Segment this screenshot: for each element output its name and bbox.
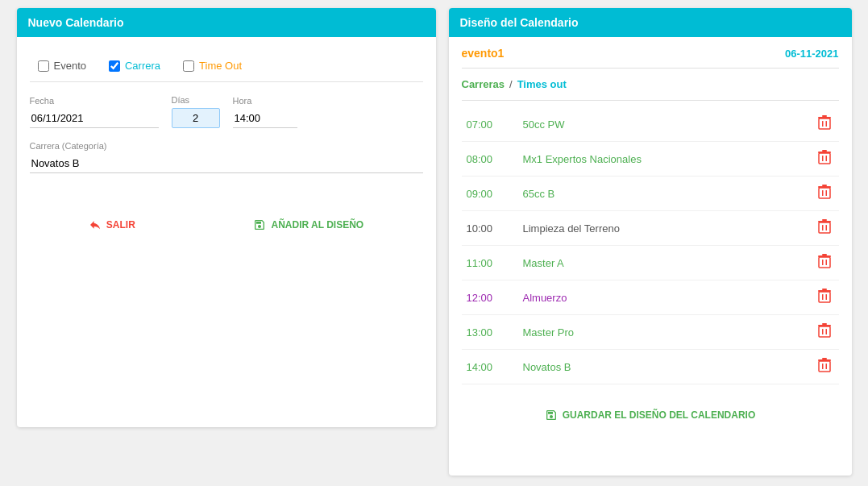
- svg-rect-35: [819, 361, 830, 372]
- fecha-label: Fecha: [30, 96, 159, 106]
- delete-button[interactable]: [815, 356, 834, 377]
- svg-rect-39: [822, 358, 827, 359]
- delete-button[interactable]: [815, 252, 834, 273]
- hora-label: Hora: [233, 96, 297, 106]
- schedule-time: 11:00: [462, 246, 518, 280]
- trash-icon: [818, 289, 831, 303]
- schedule-time: 09:00: [462, 177, 518, 211]
- divider-mid: [462, 100, 839, 101]
- delete-button[interactable]: [815, 322, 834, 343]
- categoria-label: Carrera (Categoría): [30, 141, 423, 151]
- fecha-input[interactable]: [30, 109, 159, 128]
- schedule-delete-cell: [810, 315, 839, 350]
- table-row: 14:00 Novatos B: [462, 350, 839, 384]
- section-label-row: Carreras / Times out: [462, 75, 839, 93]
- svg-rect-10: [819, 188, 830, 198]
- checkbox-evento[interactable]: Evento: [38, 60, 86, 72]
- right-panel-body: evento1 06-11-2021 Carreras / Times out …: [449, 37, 852, 431]
- schedule-time: 10:00: [462, 211, 518, 246]
- label-carreras: Carreras: [462, 78, 505, 90]
- svg-rect-8: [818, 152, 831, 153]
- checkbox-evento-label: Evento: [54, 60, 86, 72]
- svg-rect-20: [819, 257, 830, 268]
- schedule-name: 65cc B: [518, 177, 810, 211]
- table-row: 11:00 Master A: [462, 246, 839, 280]
- svg-rect-5: [819, 153, 830, 164]
- divider-top: [462, 68, 839, 69]
- evento-header: evento1 06-11-2021: [462, 47, 839, 60]
- svg-rect-4: [822, 115, 827, 117]
- trash-icon: [818, 358, 831, 372]
- checkbox-carrera-input[interactable]: [109, 60, 120, 72]
- label-timesout: Times out: [517, 78, 567, 90]
- svg-rect-36: [822, 363, 824, 369]
- schedule-name: Mx1 Expertos Nacionales: [518, 142, 810, 177]
- date-row: Fecha Días Hora: [30, 95, 423, 128]
- table-row: 12:00 Almuerzo: [462, 280, 839, 315]
- schedule-time: 12:00: [462, 280, 518, 315]
- anadir-label: AÑADIR AL DISEÑO: [271, 219, 363, 231]
- checkbox-carrera[interactable]: Carrera: [109, 60, 160, 72]
- svg-rect-1: [822, 121, 824, 127]
- svg-rect-18: [818, 221, 831, 222]
- fecha-group: Fecha: [30, 96, 159, 128]
- save-icon: [545, 409, 558, 422]
- svg-rect-17: [825, 225, 827, 231]
- schedule-time: 14:00: [462, 350, 518, 384]
- guardar-label: GUARDAR EL DISEÑO DEL CALENDARIO: [563, 409, 756, 421]
- guardar-button[interactable]: GUARDAR EL DISEÑO DEL CALENDARIO: [545, 409, 756, 422]
- schedule-name: Almuerzo: [518, 280, 810, 315]
- table-row: 07:00 50cc PW: [462, 107, 839, 142]
- checkbox-timeout-label: Time Out: [199, 60, 242, 72]
- schedule-name: Limpieza del Terreno: [518, 211, 810, 246]
- evento-date: 06-11-2021: [785, 48, 839, 60]
- svg-rect-3: [818, 117, 831, 118]
- schedule-delete-cell: [810, 350, 839, 384]
- delete-button[interactable]: [815, 183, 834, 204]
- dias-label: Días: [172, 95, 220, 105]
- schedule-name: 50cc PW: [518, 107, 810, 142]
- svg-rect-24: [822, 254, 827, 255]
- svg-rect-16: [822, 225, 824, 231]
- schedule-time: 13:00: [462, 315, 518, 350]
- checkbox-evento-input[interactable]: [38, 60, 49, 72]
- checkbox-carrera-label: Carrera: [125, 60, 160, 72]
- dias-group: Días: [172, 95, 220, 128]
- svg-rect-12: [825, 190, 827, 196]
- checkbox-timeout-input[interactable]: [183, 60, 194, 72]
- delete-button[interactable]: [815, 218, 834, 239]
- add-icon: [253, 218, 266, 231]
- trash-icon: [818, 323, 831, 338]
- save-row: GUARDAR EL DISEÑO DEL CALENDARIO: [462, 401, 839, 422]
- dias-input[interactable]: [172, 108, 220, 128]
- schedule-table: 07:00 50cc PW 08:00 Mx1 Expertos Naciona…: [462, 107, 839, 384]
- svg-rect-7: [825, 156, 827, 161]
- delete-button[interactable]: [815, 114, 834, 135]
- anadir-button[interactable]: AÑADIR AL DISEÑO: [253, 218, 363, 231]
- left-panel: Nuevo Calendario Evento Carrera Time Out…: [17, 8, 436, 427]
- checkbox-timeout[interactable]: Time Out: [183, 60, 242, 72]
- table-row: 13:00 Master Pro: [462, 315, 839, 350]
- checkbox-row: Evento Carrera Time Out: [30, 50, 423, 82]
- trash-icon: [818, 150, 831, 164]
- svg-rect-19: [822, 219, 827, 221]
- salir-label: SALIR: [106, 219, 135, 231]
- schedule-delete-cell: [810, 107, 839, 142]
- trash-icon: [818, 254, 831, 268]
- svg-rect-23: [818, 255, 831, 257]
- table-row: 10:00 Limpieza del Terreno: [462, 211, 839, 246]
- action-row: SALIR AÑADIR AL DISEÑO: [30, 206, 423, 231]
- categoria-group: Carrera (Categoría): [30, 141, 423, 173]
- schedule-name: Master Pro: [518, 315, 810, 350]
- trash-icon: [818, 219, 831, 234]
- delete-button[interactable]: [815, 148, 834, 169]
- schedule-delete-cell: [810, 280, 839, 315]
- delete-button[interactable]: [815, 287, 834, 308]
- svg-rect-9: [822, 150, 827, 152]
- right-panel-header: Diseño del Calendario: [449, 8, 852, 37]
- categoria-input[interactable]: [30, 154, 423, 173]
- salir-button[interactable]: SALIR: [89, 218, 135, 231]
- exit-icon: [89, 218, 102, 231]
- hora-input[interactable]: [233, 109, 297, 128]
- svg-rect-15: [819, 222, 830, 233]
